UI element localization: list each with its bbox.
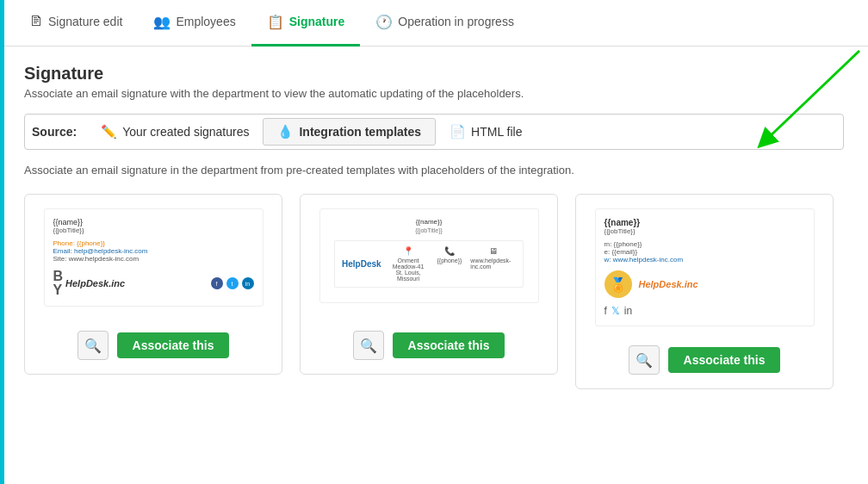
- preview1-site: Site: www.helpdesk-inc.com: [53, 255, 254, 263]
- preview3-name: {{name}}: [604, 218, 805, 227]
- preview1-email: Email: help@helpdesk-inc.com: [53, 247, 254, 255]
- card-3-actions: 🔍 Associate this: [629, 338, 781, 375]
- template-preview-1: {{name}} {{jobTitle}} Phone: {{phone}} E…: [44, 208, 264, 307]
- preview1-logo-row: BY HelpDesk.inc f t in: [53, 270, 254, 297]
- source-tab-integration-templates[interactable]: 💧 Integration templates: [263, 118, 436, 146]
- source-label: Source:: [32, 125, 77, 139]
- web-icon: 🖥: [489, 246, 498, 256]
- preview3-email: e: {{email}}: [604, 248, 805, 256]
- preview2-web-col: 🖥 www.helpdesk-inc.com: [470, 246, 516, 282]
- employees-icon: 👥: [153, 14, 170, 30]
- preview3-facebook-icon: f: [604, 305, 607, 317]
- preview1-phone-label: Phone:: [53, 239, 75, 247]
- section-title: Signature: [24, 64, 844, 84]
- html-file-label: HTML file: [471, 125, 522, 139]
- linkedin-icon: in: [242, 277, 254, 289]
- card-1-actions: 🔍 Associate this: [78, 324, 230, 360]
- facebook-icon: f: [211, 277, 223, 289]
- html-file-icon: 📄: [450, 124, 466, 140]
- templates-row: {{name}} {{jobTitle}} Phone: {{phone}} E…: [24, 194, 844, 389]
- preview2-address: Onment Meadow-41St. Louis, Missouri: [388, 258, 429, 282]
- location-icon: 📍: [403, 246, 413, 256]
- tab-operation-in-progress[interactable]: 🕐 Operation in progress: [360, 0, 530, 47]
- section-description: Associate an email signature with the de…: [24, 87, 844, 100]
- preview1-phone-value: {{phone}}: [77, 239, 105, 247]
- tab-operation-label: Operation in progress: [398, 15, 514, 28]
- card-2-preview-button[interactable]: 🔍: [353, 331, 384, 360]
- preview1-job: {{jobTitle}}: [53, 226, 254, 234]
- template-card-2: {{name}} {{jobTitle}} HelpDesk 📍 Onment …: [300, 194, 558, 375]
- preview1-phone: Phone: {{phone}}: [53, 239, 254, 247]
- template-card-1: {{name}} {{jobTitle}} Phone: {{phone}} E…: [24, 194, 282, 375]
- template-preview-3: {{name}} {{jobTitle}} m: {{phone}} e: {{…: [595, 208, 815, 326]
- tab-signature-edit-label: Signature edit: [48, 15, 122, 28]
- preview2-hd-logo: HelpDesk: [342, 259, 381, 269]
- preview3-job: {{jobTitle}}: [604, 227, 805, 235]
- award-icon: 🏅: [604, 270, 632, 298]
- card-1-preview-button[interactable]: 🔍: [78, 331, 108, 360]
- card-2-associate-button[interactable]: Associate this: [393, 332, 505, 358]
- preview1-name: {{name}}: [53, 218, 254, 226]
- search-icon: 🔍: [84, 338, 102, 354]
- your-created-icon: ✏️: [101, 124, 117, 140]
- preview2-name: {{name}}: [416, 218, 443, 226]
- card-3-preview-button[interactable]: 🔍: [629, 345, 660, 375]
- preview3-web: w: www.helpdesk-inc.com: [604, 256, 805, 264]
- preview3-social: f 𝕏 in: [604, 305, 805, 317]
- tab-bar: 🖹 Signature edit 👥 Employees 📋 Signature…: [0, 0, 868, 47]
- integration-icon: 💧: [277, 124, 294, 140]
- source-row: Source: ✏️ Your created signatures 💧 Int…: [24, 114, 844, 150]
- preview1-logo: HelpDesk.inc: [65, 278, 125, 289]
- preview3-twitter-icon: 𝕏: [611, 305, 620, 317]
- tab-employees[interactable]: 👥 Employees: [138, 0, 251, 47]
- preview1-social: f t in: [211, 277, 254, 289]
- preview1-site-value: www.helpdesk-inc.com: [69, 255, 139, 263]
- preview3-logo: HelpDesk.inc: [639, 279, 698, 289]
- preview2-content: {{name}} {{jobTitle}} HelpDesk 📍 Onment …: [329, 218, 530, 288]
- your-created-label: Your created signatures: [122, 125, 249, 139]
- card-1-associate-button[interactable]: Associate this: [117, 332, 230, 358]
- operation-icon: 🕐: [375, 14, 393, 30]
- tab-signature-edit[interactable]: 🖹 Signature edit: [14, 0, 138, 47]
- phone-icon: 📞: [444, 246, 455, 256]
- signature-edit-icon: 🖹: [29, 14, 43, 29]
- template-preview-2: {{name}} {{jobTitle}} HelpDesk 📍 Onment …: [319, 208, 539, 303]
- tab-employees-label: Employees: [176, 15, 235, 28]
- template-card-3: {{name}} {{jobTitle}} m: {{phone}} e: {{…: [575, 194, 834, 389]
- preview2-phone-col: 📞 {{phone}}: [437, 246, 462, 282]
- signature-icon: 📋: [267, 14, 284, 30]
- preview2-info: 📍 Onment Meadow-41St. Louis, Missouri 📞 …: [388, 246, 516, 282]
- preview3-phone: m: {{phone}}: [604, 240, 805, 248]
- main-content: Signature Associate an email signature w…: [0, 47, 868, 406]
- search-icon-3: 🔍: [636, 352, 653, 369]
- sub-description: Associate an email signature in the depa…: [24, 164, 844, 177]
- search-icon-2: 🔍: [360, 338, 377, 354]
- preview1-site-label: Site:: [53, 255, 67, 263]
- preview2-job: {{jobTitle}}: [415, 227, 443, 233]
- preview2-address-col: 📍 Onment Meadow-41St. Louis, Missouri: [388, 246, 429, 282]
- preview1-email-label: Email:: [53, 247, 72, 255]
- card-3-associate-button[interactable]: Associate this: [668, 347, 781, 373]
- preview2-website: www.helpdesk-inc.com: [470, 258, 516, 270]
- preview2-banner: HelpDesk 📍 Onment Meadow-41St. Louis, Mi…: [334, 240, 524, 288]
- source-tab-your-created[interactable]: ✏️ Your created signatures: [87, 119, 263, 145]
- preview3-linkedin-icon: in: [624, 305, 632, 317]
- tab-signature[interactable]: 📋 Signature: [251, 0, 361, 47]
- integration-label: Integration templates: [299, 125, 421, 139]
- twitter-icon: t: [226, 277, 239, 289]
- preview2-phone: {{phone}}: [437, 258, 462, 264]
- card-2-actions: 🔍 Associate this: [353, 324, 505, 360]
- source-tab-html-file[interactable]: 📄 HTML file: [436, 119, 536, 145]
- preview3-logo-row: 🏅 HelpDesk.inc: [604, 270, 805, 298]
- preview1-email-value: help@helpdesk-inc.com: [74, 247, 148, 255]
- tab-signature-label: Signature: [289, 15, 345, 28]
